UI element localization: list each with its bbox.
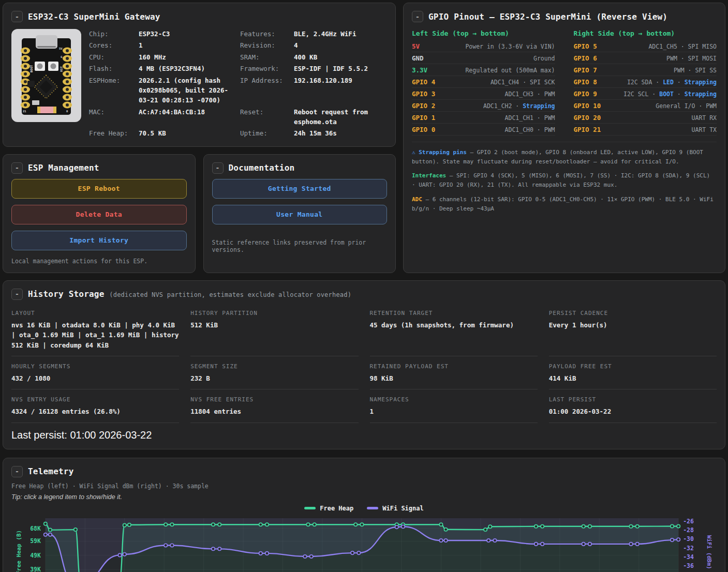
esp-reboot-button[interactable]: ESP Reboot xyxy=(11,179,187,199)
legend-label: Free Heap xyxy=(320,505,353,512)
pin-row-gpio-2: GPIO 2ADC1_CH2 · Strapping xyxy=(412,100,555,112)
stat-cell-payload-free-est: PAYLOAD FREE EST414 KiB xyxy=(549,356,717,389)
chart-right-tick: -30 xyxy=(683,535,694,543)
documentation-footer: Static reference links preserved from pr… xyxy=(212,232,388,253)
device-info-label: MAC: xyxy=(89,107,135,127)
pin-name: GPIO 9 xyxy=(574,90,597,98)
user-manual-button[interactable]: User Manual xyxy=(212,205,388,224)
board-image: BOOT RST 5V G 21 0 xyxy=(11,29,81,139)
last-persist-line: Last persist: 01:00 2026-03-22 xyxy=(11,423,717,441)
pin-name: GPIO 21 xyxy=(574,126,601,133)
stat-label: SEGMENT SIZE xyxy=(190,363,358,370)
stat-cell-nvs-free-entries: NVS FREE ENTRIES11804 entries xyxy=(190,389,358,423)
history-collapse-button[interactable]: - xyxy=(11,289,23,300)
stat-cell-hourly-segments: HOURLY SEGMENTS432 / 1080 xyxy=(11,356,179,389)
pin-desc: ADC1_CH1 · PWM xyxy=(505,114,555,122)
chart-point-wifi-signal xyxy=(351,551,354,554)
pin-desc: ADC1_CH2 · Strapping xyxy=(483,102,555,110)
legend-item-free-heap[interactable]: Free Heap xyxy=(304,505,353,512)
documentation-collapse-button[interactable]: - xyxy=(212,162,224,174)
pin-desc: ADC1_CH4 · SPI SCK xyxy=(491,79,555,86)
chart-point-free-heap xyxy=(164,523,167,526)
delete-data-button[interactable]: Delete Data xyxy=(11,205,187,224)
chart-point-wifi-signal xyxy=(677,538,680,541)
chart-point-wifi-signal xyxy=(439,538,442,541)
documentation-buttons: Getting StartedUser Manual xyxy=(212,179,388,224)
pin-row-gpio-10: GPIO 10General I/O · PWM xyxy=(574,100,717,112)
telemetry-collapse-button[interactable]: - xyxy=(11,466,23,477)
pin-row-gnd: GNDGround xyxy=(412,52,555,64)
device-info-label: Revision: xyxy=(240,40,290,50)
chart-point-wifi-signal xyxy=(636,542,639,545)
pin-row-gpio-9: GPIO 9I2C SCL · BOOT · Strapping xyxy=(574,88,717,100)
stat-label: PAYLOAD FREE EST xyxy=(549,363,717,370)
top-row: - ESP32-C3 SuperMini Gateway xyxy=(3,3,725,273)
telemetry-chart[interactable]: 68K59K49K39K29K-26-28-30-32-34-36-38-400… xyxy=(11,513,717,572)
management-footer: Local management actions for this ESP. xyxy=(11,250,187,265)
management-collapse-button[interactable]: - xyxy=(11,162,23,174)
pin-row-gpio-0: GPIO 0ADC1_CH0 · PWM xyxy=(412,124,555,136)
board-svg: BOOT RST 5V G 21 0 xyxy=(11,29,81,122)
pinout-notes: ⚠ Strapping pins — GPIO 2 (boot mode), G… xyxy=(412,142,717,214)
chart-point-free-heap xyxy=(212,523,215,526)
pin-row-gpio-4: GPIO 4ADC1_CH4 · SPI SCK xyxy=(412,76,555,88)
device-info-value: BLE, 2.4GHz WiFi xyxy=(294,29,387,39)
pin-desc: I2C SDA · LED · Strapping xyxy=(627,79,717,86)
chart-left-tick: 39K xyxy=(30,566,41,572)
telemetry-header: - Telemetry xyxy=(11,466,717,477)
chart-point-free-heap xyxy=(582,524,585,528)
chart-point-free-heap xyxy=(44,522,47,525)
stat-label: NVS ENTRY USAGE xyxy=(11,396,179,403)
chart-right-tick: -34 xyxy=(683,553,694,560)
pin-name: GPIO 4 xyxy=(412,78,435,86)
panel-gpio-pinout: - GPIO Pinout — ESP32-C3 SuperMini (Reve… xyxy=(403,3,725,273)
chart-left-tick: 68K xyxy=(30,525,41,532)
board-label-boot: BOOT xyxy=(29,65,33,72)
chart-point-wifi-signal xyxy=(118,553,121,556)
chart-left-axis-label: Free Heap (B) xyxy=(16,530,22,572)
stat-cell-namespaces: NAMESPACES1 xyxy=(370,389,538,423)
telemetry-subtitle: Free Heap (left) · WiFi Signal dBm (righ… xyxy=(11,483,717,490)
stat-label: RETENTION TARGET xyxy=(370,310,538,317)
device-info-label: CPU: xyxy=(89,52,135,62)
legend-swatch xyxy=(367,507,378,509)
stat-cell-persist-cadence: PERSIST CADENCEEvery 1 hour(s) xyxy=(549,303,717,356)
board-label-21: 21 xyxy=(23,110,26,113)
legend-swatch xyxy=(304,507,316,509)
gateway-collapse-button[interactable]: - xyxy=(11,11,23,22)
chart-point-wifi-signal xyxy=(170,544,173,547)
stat-value: 11804 entries xyxy=(190,407,358,416)
device-info-grid: Chip:ESP32-C3Features:BLE, 2.4GHz WiFiCo… xyxy=(89,29,387,139)
device-info-label: Flash: xyxy=(89,64,135,73)
pinout-collapse-button[interactable]: - xyxy=(412,11,423,22)
pinout-right-rows: GPIO 5ADC1_CH5 · SPI MISOGPIO 6PWM · SPI… xyxy=(574,40,717,136)
panel-telemetry: - Telemetry Free Heap (left) · WiFi Sign… xyxy=(3,458,725,572)
legend-item-wifi-signal[interactable]: WiFi Signal xyxy=(367,505,423,512)
chart-point-free-heap xyxy=(49,528,52,531)
import-history-button[interactable]: Import History xyxy=(11,231,187,250)
pin-desc: I2C SCL · BOOT · Strapping xyxy=(623,91,717,98)
pin-name: GPIO 2 xyxy=(412,102,435,110)
pinout-note-0: ⚠ Strapping pins — GPIO 2 (boot mode), G… xyxy=(412,148,717,167)
chart-wrap: 68K59K49K39K29K-26-28-30-32-34-36-38-400… xyxy=(11,513,717,572)
chart-point-free-heap xyxy=(677,524,680,528)
chart-point-free-heap xyxy=(444,528,447,531)
history-header: - History Storage (dedicated NVS partiti… xyxy=(11,289,717,300)
chart-point-free-heap xyxy=(259,523,262,526)
pin-desc: UART RX xyxy=(692,114,717,122)
pin-row-gpio-1: GPIO 1ADC1_CH1 · PWM xyxy=(412,112,555,124)
chart-point-free-heap xyxy=(170,523,173,526)
stat-value: 414 KiB xyxy=(549,373,717,383)
gateway-header: - ESP32-C3 SuperMini Gateway xyxy=(11,11,387,22)
stat-cell-retention-target: RETENTION TARGET45 days (1h snapshots, f… xyxy=(370,303,538,356)
chart-point-wifi-signal xyxy=(357,551,360,554)
getting-started-button[interactable]: Getting Started xyxy=(212,179,388,199)
device-info-label: Free Heap: xyxy=(89,128,135,138)
pin-name: GND xyxy=(412,54,424,62)
chart-point-free-heap xyxy=(541,524,544,528)
chart-left-tick: 59K xyxy=(30,537,41,545)
pin-row-gpio-8: GPIO 8I2C SDA · LED · Strapping xyxy=(574,76,717,88)
pinout-header: - GPIO Pinout — ESP32-C3 SuperMini (Reve… xyxy=(412,11,717,22)
stat-cell-last-persist: LAST PERSIST01:00 2026-03-22 xyxy=(549,389,717,423)
pinout-note-lead: ADC xyxy=(412,196,422,203)
